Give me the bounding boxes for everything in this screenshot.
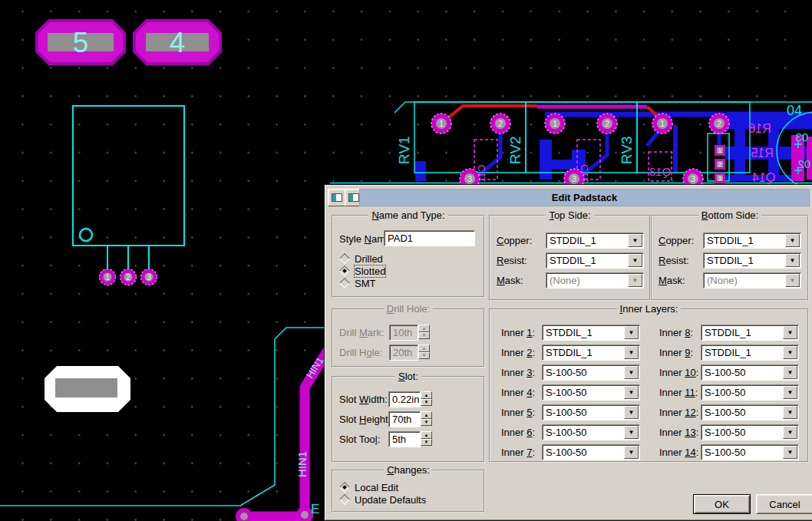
inner-7-select[interactable]: S-100-50▼	[542, 444, 640, 460]
radio-smt[interactable]: SMT	[339, 278, 375, 289]
radio-update-defaults[interactable]: Update Defaults	[339, 494, 426, 505]
bottom-copper-select[interactable]: STDDIL_1 ▼	[703, 232, 801, 249]
style-name-value: PAD1	[388, 232, 413, 244]
dialog-system-button-1[interactable]	[328, 189, 345, 206]
window-glyph-icon	[348, 193, 359, 202]
inner-13-value: S-100-50	[705, 427, 745, 438]
drill-mark-value: 10th	[393, 327, 412, 338]
radio-drilled[interactable]: Drilled	[339, 253, 383, 264]
pad-number: 2	[126, 273, 130, 282]
svg-text:Q14: Q14	[752, 171, 775, 184]
drill-hole-value: 20th	[393, 347, 412, 358]
svg-text:1: 1	[439, 119, 444, 128]
drill-hole-label: Drill Hole:	[339, 347, 382, 358]
chevron-down-icon[interactable]: ▼	[624, 326, 639, 339]
inner-10-select[interactable]: S-100-50▼	[701, 364, 799, 381]
chevron-down-icon[interactable]: ▼	[783, 426, 797, 439]
slot-height-spinner[interactable]: ▲ ▼	[421, 411, 432, 426]
inner-8-select[interactable]: STDDIL_1▼	[701, 325, 799, 341]
inner-4-select[interactable]: S-100-50▼	[542, 384, 640, 401]
inner-12-value: S-100-50	[705, 407, 745, 418]
bottom-resist-label: Resist:	[659, 255, 689, 266]
small-square-pads[interactable]: 1 2 3	[715, 145, 725, 183]
dialog-titlebar[interactable]: Edit Padstack	[359, 189, 810, 206]
top-copper-select[interactable]: STDDIL_1 ▼	[546, 232, 644, 249]
spinner-up-icon[interactable]: ▲	[421, 431, 432, 439]
inner-11-select[interactable]: S-100-50▼	[701, 384, 799, 401]
spinner-down-icon[interactable]: ▼	[421, 439, 432, 447]
spinner-up-icon[interactable]: ▲	[421, 411, 432, 419]
inner-6-select[interactable]: S-100-50▼	[542, 424, 640, 440]
slot-width-spinner[interactable]: ▲ ▼	[421, 391, 432, 406]
slot-tool-spinner[interactable]: ▲ ▼	[421, 431, 432, 446]
chevron-down-icon[interactable]: ▼	[624, 446, 639, 459]
component-pad-1[interactable]: 1	[100, 269, 116, 285]
ok-button[interactable]: OK	[693, 494, 751, 514]
svg-text:1: 1	[660, 119, 665, 128]
slot-height-input[interactable]: 70th	[388, 411, 421, 427]
cancel-button[interactable]: Cancel	[756, 494, 812, 514]
pad-number: 3	[147, 273, 151, 282]
group-name-and-type: Name and Type: Style Name PAD1 Drilled S…	[332, 215, 485, 298]
spinner-down-icon[interactable]: ▼	[421, 399, 432, 407]
radio-drilled-label: Drilled	[355, 253, 383, 265]
chevron-down-icon[interactable]: ▼	[785, 254, 800, 267]
chevron-down-icon[interactable]: ▼	[624, 426, 639, 439]
chevron-down-icon[interactable]: ▼	[783, 326, 797, 339]
inner-3-select[interactable]: S-100-50▼	[542, 364, 640, 381]
canvas-label-e: E	[311, 502, 319, 516]
inner-8-value: STDDIL_1	[705, 327, 751, 338]
svg-text:R16: R16	[748, 122, 771, 135]
chevron-down-icon[interactable]: ▼	[785, 234, 800, 247]
net-label-hin1: HIN1	[295, 451, 309, 477]
chevron-down-icon[interactable]: ▼	[783, 446, 797, 459]
chevron-down-icon[interactable]: ▼	[783, 406, 797, 419]
spinner-up-icon[interactable]: ▲	[421, 391, 432, 399]
chevron-down-icon[interactable]: ▼	[628, 234, 642, 247]
bottom-mask-value: (None)	[707, 275, 738, 286]
slot-width-input[interactable]: 0.22in	[388, 391, 421, 407]
component-pad-2[interactable]: 2	[120, 269, 137, 285]
inner-9-value: STDDIL_1	[705, 347, 751, 358]
chevron-down-icon[interactable]: ▼	[624, 386, 639, 399]
svg-text:3: 3	[691, 174, 695, 183]
pad-number: 4	[170, 27, 186, 58]
inner-13-select[interactable]: S-100-50▼	[701, 424, 799, 440]
chevron-down-icon[interactable]: ▼	[624, 406, 639, 419]
chevron-down-icon[interactable]: ▼	[783, 386, 797, 399]
svg-text:3: 3	[467, 174, 472, 183]
inner-9-select[interactable]: STDDIL_1▼	[701, 345, 799, 361]
slot-height-value: 70th	[392, 414, 411, 425]
highlighted-slot-pad[interactable]	[45, 366, 130, 412]
inner-7-label: Inner 7:	[501, 447, 535, 458]
top-resist-select[interactable]: STDDIL_1 ▼	[546, 252, 644, 269]
inner-14-select[interactable]: S-100-50▼	[701, 444, 799, 460]
radio-local-edit[interactable]: Local Edit	[339, 482, 398, 493]
bottom-resist-select[interactable]: STDDIL_1 ▼	[703, 252, 801, 269]
chevron-down-icon[interactable]: ▼	[783, 346, 797, 359]
inner-4-label: Inner 4:	[501, 387, 535, 398]
inner-3-value: S-100-50	[546, 367, 586, 378]
radio-diamond-icon	[339, 265, 350, 276]
chevron-down-icon[interactable]: ▼	[783, 366, 797, 379]
pad-number: 5	[73, 27, 89, 58]
inner-2-value: STDDIL_1	[546, 347, 592, 358]
chevron-down-icon[interactable]: ▼	[624, 346, 639, 359]
chevron-down-icon[interactable]: ▼	[624, 366, 639, 379]
inner-12-select[interactable]: S-100-50▼	[701, 404, 799, 420]
bottom-mask-select: (None) ▼	[703, 272, 801, 289]
inner-1-select[interactable]: STDDIL_1▼	[542, 325, 640, 341]
component-pad-3[interactable]: 3	[141, 269, 157, 285]
chevron-down-icon: ▼	[628, 274, 642, 287]
slot-width-label: Slot Width:	[339, 394, 388, 405]
inner-2-select[interactable]: STDDIL_1▼	[542, 345, 640, 361]
slot-pad-5[interactable]: 5	[37, 21, 124, 64]
spinner-down-icon[interactable]: ▼	[421, 419, 432, 427]
style-name-input[interactable]: PAD1	[384, 230, 475, 246]
slot-tool-input[interactable]: 5th	[388, 431, 421, 447]
inner-5-select[interactable]: S-100-50▼	[542, 404, 640, 420]
radio-slotted[interactable]: Slotted	[339, 265, 385, 276]
chevron-down-icon[interactable]: ▼	[628, 254, 642, 267]
slot-pad-4[interactable]: 4	[134, 21, 220, 64]
group-drill-hole: Drill Hole: Drill Mark: 10th ▲ ▼ Drill H…	[332, 308, 485, 368]
